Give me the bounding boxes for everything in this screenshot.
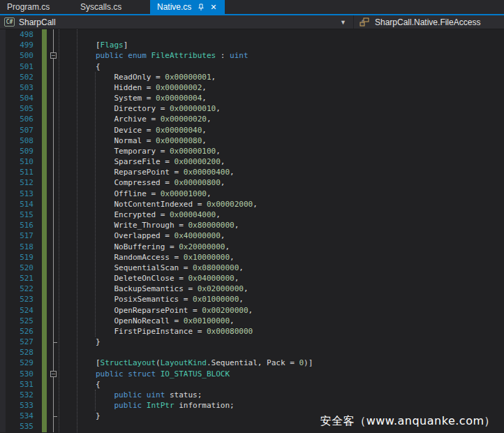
line-number: 520 (0, 263, 34, 272)
change-tracking-bar (42, 294, 47, 304)
code-line[interactable]: 517 Overlapped = 0x40000000, (0, 230, 504, 241)
code-line[interactable]: 528 (0, 347, 504, 358)
change-tracking-bar (42, 114, 47, 124)
folding-margin (47, 72, 59, 82)
code-text: Directory = 0x00000010, (59, 104, 504, 113)
code-text: Archive = 0x00000020, (59, 115, 504, 124)
code-line[interactable]: 514 NotContentIndexed = 0x00002000, (0, 199, 504, 210)
folding-margin[interactable]: – (47, 50, 59, 61)
change-tracking-bar (42, 199, 47, 210)
member-path: SharpCall.Native.FileAccess (375, 17, 480, 27)
code-text: Temporary = 0x00000100, (59, 147, 504, 156)
folding-margin (47, 156, 59, 167)
member-dropdown[interactable]: SharpCall.Native.FileAccess (354, 15, 504, 29)
folding-margin (47, 29, 59, 40)
code-line[interactable]: 513 Offline = 0x00001000, (0, 189, 504, 199)
folding-margin (47, 400, 59, 411)
line-number: 516 (0, 221, 34, 230)
line-number: 514 (0, 200, 34, 209)
change-tracking-bar (42, 72, 47, 82)
change-tracking-bar (42, 189, 47, 199)
project-dropdown[interactable]: C# SharpCall ▼ (0, 15, 354, 29)
line-number: 517 (0, 231, 34, 240)
code-line[interactable]: 520 SequentialScan = 0x08000000, (0, 263, 504, 273)
change-tracking-bar (42, 347, 47, 358)
change-tracking-bar (42, 273, 47, 284)
fold-collapse-icon[interactable]: – (50, 52, 57, 59)
pin-icon[interactable] (197, 3, 205, 11)
code-line[interactable]: 533 public IntPtr information; (0, 400, 504, 411)
code-line[interactable]: 500– public enum FileAttributes : uint (0, 50, 504, 61)
code-line[interactable]: 516 Write_Through = 0x80000000, (0, 220, 504, 230)
code-line[interactable]: 519 RandomAccess = 0x10000000, (0, 252, 504, 263)
line-number: 506 (0, 115, 34, 124)
change-tracking-bar (42, 230, 47, 241)
code-line[interactable]: 507 Device = 0x00000040, (0, 125, 504, 135)
chevron-down-icon[interactable]: ▼ (340, 19, 346, 26)
folding-margin (47, 411, 59, 421)
folding-margin[interactable]: – (47, 369, 59, 379)
code-line[interactable]: 527 } (0, 337, 504, 347)
line-number: 527 (0, 337, 34, 346)
change-tracking-bar (42, 82, 47, 93)
code-line[interactable]: 525 OpenNoRecall = 0x00100000, (0, 316, 504, 326)
code-line[interactable]: 521 DeleteOnClose = 0x04000000, (0, 273, 504, 284)
tab-label: Native.cs (157, 2, 191, 12)
code-line[interactable]: 509 Temporary = 0x00000100, (0, 146, 504, 156)
code-line[interactable]: 511 ReparsePoint = 0x00000400, (0, 167, 504, 177)
code-line[interactable]: 501 { (0, 61, 504, 72)
code-line[interactable]: 526 FirstPipeInstance = 0x00080000 (0, 326, 504, 337)
line-number: 513 (0, 189, 34, 198)
code-line[interactable]: 506 Archive = 0x00000020, (0, 114, 504, 124)
code-text: RandomAccess = 0x10000000, (59, 253, 504, 262)
code-line[interactable]: 505 Directory = 0x00000010, (0, 103, 504, 114)
line-number: 500 (0, 51, 34, 60)
change-tracking-bar (42, 177, 47, 188)
code-line[interactable]: 524 OpenReparsePoint = 0x00200000, (0, 304, 504, 315)
code-line[interactable]: 502 ReadOnly = 0x00000001, (0, 72, 504, 82)
code-text: [StructLayout(LayoutKind.Sequential, Pac… (59, 358, 504, 367)
code-text: [Flags] (59, 41, 504, 50)
folding-margin (47, 390, 59, 400)
fold-collapse-icon[interactable]: – (50, 371, 57, 377)
code-line[interactable]: 504 System = 0x00000004, (0, 93, 504, 103)
code-editor[interactable]: 498499 [Flags]500– public enum FileAttri… (0, 29, 504, 432)
code-text: NotContentIndexed = 0x00002000, (59, 200, 504, 209)
folding-margin (47, 273, 59, 284)
code-line[interactable]: 530– public struct IO_STATUS_BLOCK (0, 369, 504, 379)
code-text: Hidden = 0x00000002, (59, 83, 504, 92)
close-icon[interactable]: ✕ (209, 3, 217, 11)
code-line[interactable]: 532 public uint status; (0, 390, 504, 400)
code-line[interactable]: 522 BackupSemantics = 0x02000000, (0, 284, 504, 294)
code-text: System = 0x00000004, (59, 94, 504, 103)
code-line[interactable]: 512 Compressed = 0x00000800, (0, 177, 504, 188)
code-line[interactable]: 510 SparseFile = 0x00000200, (0, 156, 504, 167)
change-tracking-bar (42, 252, 47, 263)
code-text: Overlapped = 0x40000000, (59, 231, 504, 240)
line-number: 502 (0, 73, 34, 82)
code-line[interactable]: 508 Normal = 0x00000080, (0, 135, 504, 146)
change-tracking-bar (42, 390, 47, 400)
folding-margin (47, 252, 59, 263)
code-line[interactable]: 523 PosixSemantics = 0x01000000, (0, 294, 504, 304)
code-text: SparseFile = 0x00000200, (59, 157, 504, 166)
line-number: 534 (0, 411, 34, 420)
code-text: DeleteOnClose = 0x04000000, (59, 274, 504, 283)
tab-syscalls-cs[interactable]: Syscalls.cs (73, 0, 150, 14)
code-line[interactable]: 529 [StructLayout(LayoutKind.Sequential,… (0, 358, 504, 368)
code-line[interactable]: 498 (0, 29, 504, 40)
tab-native-cs[interactable]: Native.cs✕ (150, 0, 225, 14)
folding-margin (47, 421, 59, 432)
code-line[interactable]: 515 Encrypted = 0x00004000, (0, 210, 504, 220)
fold-end-tick (53, 342, 57, 343)
code-line[interactable]: 503 Hidden = 0x00000002, (0, 82, 504, 93)
folding-margin (47, 177, 59, 188)
folding-margin (47, 93, 59, 103)
code-line[interactable]: 518 NoBuffering = 0x20000000, (0, 241, 504, 251)
code-line[interactable]: 499 [Flags] (0, 40, 504, 50)
code-text: BackupSemantics = 0x02000000, (59, 284, 504, 293)
code-line[interactable]: 531 { (0, 379, 504, 390)
folding-margin (47, 347, 59, 358)
tab-program-cs[interactable]: Program.cs (0, 0, 73, 14)
line-number: 518 (0, 242, 34, 251)
